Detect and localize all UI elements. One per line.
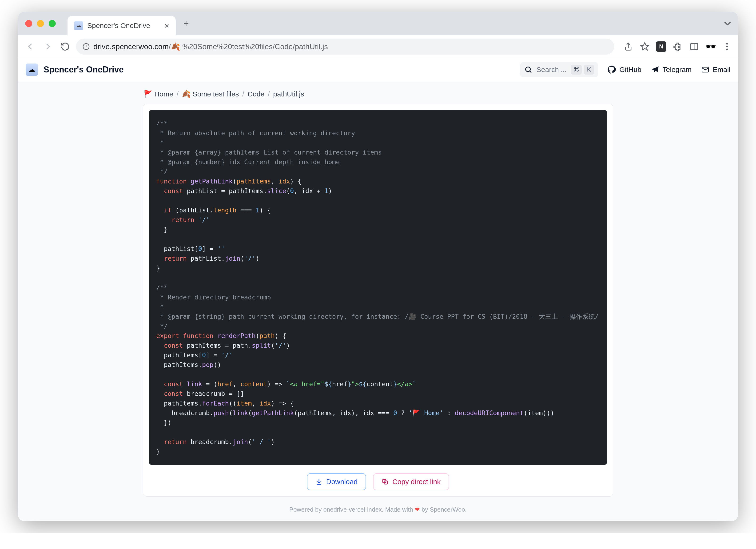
download-label: Download — [326, 478, 358, 486]
search-placeholder: Search ... — [537, 66, 567, 74]
copy-icon — [382, 478, 389, 485]
github-label: GitHub — [619, 66, 641, 74]
breadcrumb-item[interactable]: Code — [247, 90, 264, 98]
breadcrumb-separator: / — [266, 90, 272, 98]
nav-back-button[interactable] — [24, 40, 37, 53]
tab-overflow-button[interactable] — [722, 18, 733, 29]
search-icon — [524, 66, 532, 74]
window-controls — [25, 20, 56, 27]
telegram-icon — [651, 65, 659, 74]
code-preview[interactable]: /** * Return absolute path of current wo… — [149, 110, 607, 465]
toolbar: drive.spencerwoo.com/🍂 %20Some%20test%20… — [18, 35, 738, 58]
download-icon — [315, 478, 322, 485]
kbd-key: K — [584, 65, 594, 75]
download-button[interactable]: Download — [307, 473, 366, 490]
action-row: Download Copy direct link — [149, 473, 607, 490]
svg-rect-1 — [691, 43, 698, 50]
tab-strip: ☁︎ Spencer's OneDrive × + — [18, 12, 738, 35]
email-link[interactable]: Email — [701, 65, 730, 74]
share-icon[interactable] — [623, 41, 633, 52]
breadcrumb-separator: / — [240, 90, 246, 98]
email-label: Email — [713, 66, 730, 74]
browser-window: ☁︎ Spencer's OneDrive × + drive.spencerw… — [18, 12, 738, 521]
search-button[interactable]: Search ... ⌘ K — [520, 62, 598, 77]
breadcrumb: 🚩 Home / 🍂 Some test files / Code / path… — [144, 90, 613, 98]
footer-author-link[interactable]: SpencerWoo — [430, 506, 465, 513]
address-bar[interactable]: drive.spencerwoo.com/🍂 %20Some%20test%20… — [76, 39, 614, 55]
app-title: Spencer's OneDrive — [44, 65, 124, 75]
footer: Powered by onedrive-vercel-index. Made w… — [143, 506, 613, 513]
copy-link-label: Copy direct link — [392, 478, 441, 486]
reload-button[interactable] — [59, 40, 72, 53]
maximize-window-button[interactable] — [49, 20, 56, 27]
browser-tab[interactable]: ☁︎ Spencer's OneDrive × — [68, 16, 176, 35]
github-link[interactable]: GitHub — [608, 65, 641, 74]
profile-avatar-icon[interactable]: 🕶️ — [705, 41, 716, 52]
kebab-menu-icon[interactable] — [722, 41, 732, 52]
app-header: ☁︎ Spencer's OneDrive Search ... ⌘ K Git… — [18, 58, 738, 81]
breadcrumb-item[interactable]: pathUtil.js — [273, 90, 304, 98]
site-info-icon — [82, 43, 90, 51]
svg-point-2 — [726, 43, 728, 45]
github-icon — [608, 65, 616, 74]
extensions-icon[interactable] — [672, 41, 683, 52]
telegram-link[interactable]: Telegram — [651, 65, 692, 74]
close-tab-button[interactable]: × — [164, 22, 169, 30]
heart-icon: ❤ — [415, 506, 420, 513]
url-host: drive.spencerwoo.com/🍂 %20Some%20test%20… — [93, 42, 328, 51]
breadcrumb-separator: / — [175, 90, 180, 98]
kbd-mod: ⌘ — [571, 65, 582, 75]
file-preview-card: /** * Return absolute path of current wo… — [143, 104, 613, 497]
telegram-label: Telegram — [663, 66, 692, 74]
copy-link-button[interactable]: Copy direct link — [373, 473, 449, 490]
breadcrumb-item[interactable]: 🍂 Some test files — [182, 90, 239, 98]
email-icon — [701, 65, 709, 74]
breadcrumb-item[interactable]: 🚩 Home — [144, 90, 173, 98]
app-logo-icon: ☁︎ — [26, 64, 38, 76]
new-tab-button[interactable]: + — [180, 18, 192, 29]
svg-point-3 — [726, 46, 728, 47]
page-body: 🚩 Home / 🍂 Some test files / Code / path… — [18, 81, 738, 521]
minimize-window-button[interactable] — [37, 20, 44, 27]
close-window-button[interactable] — [25, 20, 32, 27]
search-shortcut: ⌘ K — [571, 65, 594, 75]
favicon-icon: ☁︎ — [74, 21, 83, 30]
svg-point-5 — [525, 67, 530, 72]
svg-point-4 — [726, 48, 728, 50]
sidepanel-icon[interactable] — [689, 41, 699, 52]
nav-forward-button[interactable] — [41, 40, 54, 53]
toolbar-actions: N 🕶️ — [623, 41, 732, 52]
tab-title: Spencer's OneDrive — [87, 22, 150, 30]
extension-notion-icon[interactable]: N — [656, 41, 666, 52]
bookmark-star-icon[interactable] — [640, 41, 650, 52]
footer-project-link[interactable]: onedrive-vercel-index — [323, 506, 382, 513]
